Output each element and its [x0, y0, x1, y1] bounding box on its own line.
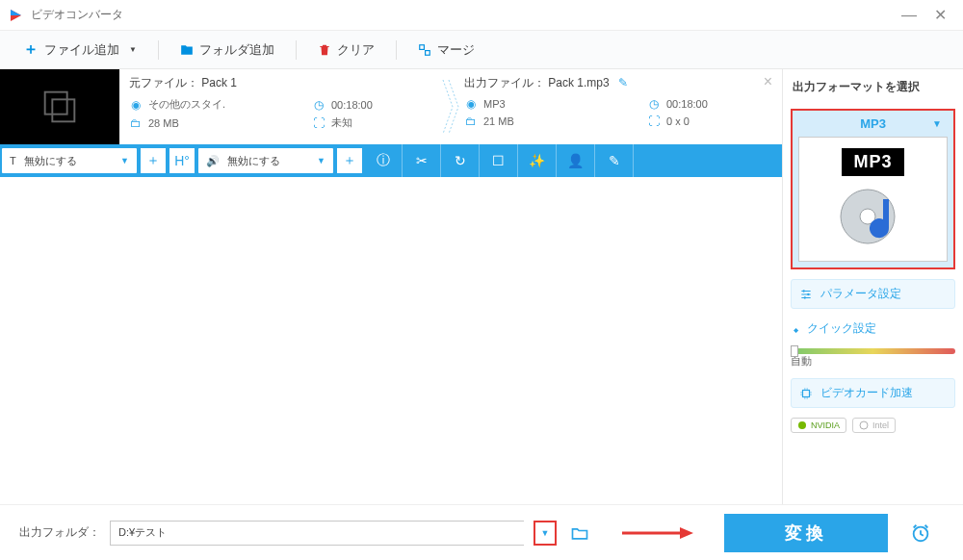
speaker-icon: 🔊	[206, 155, 220, 167]
chevron-down-icon: ▼	[317, 156, 325, 165]
app-logo	[8, 8, 23, 23]
quick-settings-toggle[interactable]: ⬥ クイック設定	[791, 318, 955, 339]
edit-tool-button[interactable]: ✎	[595, 144, 634, 177]
open-folder-button[interactable]	[570, 523, 589, 543]
intel-badge: Intel	[852, 418, 896, 433]
add-file-button[interactable]: ＋ ファイル追加 ▼	[15, 36, 144, 64]
source-head: 元ファイル： Pack 1	[129, 75, 437, 91]
output-format-selector[interactable]: MP3 ▼ MP3	[791, 109, 955, 269]
chip-icon	[799, 387, 813, 400]
sidebar: 出力フォーマットを選択 MP3 ▼ MP3 パラ	[782, 69, 963, 504]
codec-icon: ◉	[464, 97, 478, 111]
svg-rect-4	[45, 92, 67, 115]
effects-tool-button[interactable]: ✨	[518, 144, 557, 177]
watermark-tool-button[interactable]: 👤	[557, 144, 595, 177]
audio-value: 無効にする	[227, 154, 280, 168]
subtitle-value: 無効にする	[24, 154, 77, 168]
pencil-icon[interactable]: ✎	[618, 76, 628, 89]
slider-thumb[interactable]	[791, 345, 798, 357]
toggle-icon: ⬥	[793, 322, 799, 336]
footer: 出力フォルダ： ▼ 変換	[0, 504, 963, 560]
clock-icon: ◷	[647, 97, 661, 111]
svg-marker-1	[11, 10, 21, 15]
edit-toolbar: T 無効にする ▼ ＋ H° 🔊 無効にする ▼ ＋ ⓘ ✂ ↻ ☐	[0, 144, 782, 177]
intel-label: Intel	[872, 420, 889, 430]
info-tool-button[interactable]: ⓘ	[364, 144, 403, 177]
disc-icon	[839, 182, 908, 251]
convert-button[interactable]: 変換	[724, 514, 888, 552]
svg-rect-11	[803, 390, 810, 396]
clear-label: クリア	[337, 41, 375, 59]
output-codec: MP3	[483, 98, 506, 110]
output-label: 出力ファイル：	[464, 76, 545, 89]
svg-rect-5	[52, 99, 74, 121]
param-label: パラメータ設定	[820, 286, 901, 302]
nvidia-label: NVIDIA	[811, 420, 840, 430]
rotate-tool-button[interactable]: ↻	[441, 144, 480, 177]
dimensions-icon: ⛶	[312, 116, 325, 130]
content-area: 元ファイル： Pack 1 ◉その他のスタイ. ◷00:18:00 🗀28 MB…	[0, 69, 963, 504]
main-column: 元ファイル： Pack 1 ◉その他のスタイ. ◷00:18:00 🗀28 MB…	[0, 69, 782, 504]
trim-tool-button[interactable]: ✂	[403, 144, 441, 177]
svg-marker-15	[680, 527, 693, 539]
close-button[interactable]: ✕	[924, 4, 955, 27]
source-duration: 00:18:00	[331, 99, 373, 111]
dimensions-icon: ⛶	[647, 115, 661, 128]
separator	[158, 40, 159, 60]
output-dim: 0 x 0	[666, 115, 690, 127]
format-preview: MP3	[798, 137, 948, 262]
gpu-label: ビデオカード加速	[820, 385, 913, 401]
format-header: MP3 ▼	[798, 116, 948, 131]
audio-dropdown[interactable]: 🔊 無効にする ▼	[198, 148, 333, 173]
gpu-badges: NVIDIA Intel	[791, 418, 955, 433]
crop-tool-button[interactable]: ☐	[480, 144, 518, 177]
output-folder-label: 出力フォルダ：	[19, 524, 100, 541]
hardcode-subtitle-button[interactable]: H°	[169, 148, 195, 173]
chevron-down-icon: ▼	[932, 118, 942, 129]
annotation-arrow-icon	[618, 523, 695, 543]
output-size: 21 MB	[483, 115, 514, 127]
output-path-input[interactable]	[110, 521, 524, 546]
output-head: 出力ファイル： Pack 1.mp3 ✎	[464, 75, 772, 91]
output-duration: 00:18:00	[666, 98, 708, 110]
quick-label: クイック設定	[807, 320, 876, 337]
source-codec: その他のスタイ.	[148, 97, 225, 112]
gpu-accel-button[interactable]: ビデオカード加速	[791, 378, 955, 408]
remove-item-button[interactable]: ×	[764, 73, 772, 90]
merge-button[interactable]: マージ	[410, 38, 482, 63]
svg-rect-2	[420, 44, 425, 49]
svg-point-12	[798, 421, 806, 429]
clock-icon: ◷	[312, 98, 325, 112]
add-audio-button[interactable]: ＋	[337, 148, 362, 173]
minimize-button[interactable]: —	[894, 4, 924, 27]
add-folder-label: フォルダ追加	[199, 41, 274, 59]
sidebar-title: 出力フォーマットを選択	[791, 77, 955, 99]
svg-rect-3	[426, 50, 430, 55]
add-subtitle-button[interactable]: ＋	[141, 148, 166, 173]
separator	[296, 40, 297, 60]
add-file-label: ファイル追加	[44, 41, 119, 59]
add-folder-button[interactable]: フォルダ追加	[172, 38, 282, 63]
clear-button[interactable]: クリア	[310, 38, 382, 63]
schedule-button[interactable]	[903, 516, 938, 550]
thumbnail[interactable]	[0, 69, 119, 144]
file-item: 元ファイル： Pack 1 ◉その他のスタイ. ◷00:18:00 🗀28 MB…	[0, 69, 782, 144]
source-size: 28 MB	[148, 117, 179, 129]
source-label: 元ファイル：	[129, 76, 198, 89]
svg-point-9	[807, 293, 809, 294]
merge-icon	[418, 43, 431, 57]
quality-slider[interactable]	[791, 348, 955, 354]
convert-label: 変換	[785, 522, 827, 545]
main-toolbar: ＋ ファイル追加 ▼ フォルダ追加 クリア マージ	[0, 31, 963, 69]
plus-icon: ＋	[23, 39, 39, 60]
subtitle-dropdown[interactable]: T 無効にする ▼	[2, 148, 137, 173]
svg-point-13	[860, 421, 868, 429]
parameter-settings-button[interactable]: パラメータ設定	[791, 279, 955, 309]
source-dim: 未知	[331, 115, 352, 130]
output-path-dropdown[interactable]: ▼	[534, 521, 557, 546]
folder-icon: 🗀	[129, 116, 143, 130]
text-icon: T	[10, 155, 16, 166]
format-name: MP3	[860, 116, 886, 131]
folder-icon	[180, 43, 194, 57]
item-info: 元ファイル： Pack 1 ◉その他のスタイ. ◷00:18:00 🗀28 MB…	[119, 69, 782, 144]
